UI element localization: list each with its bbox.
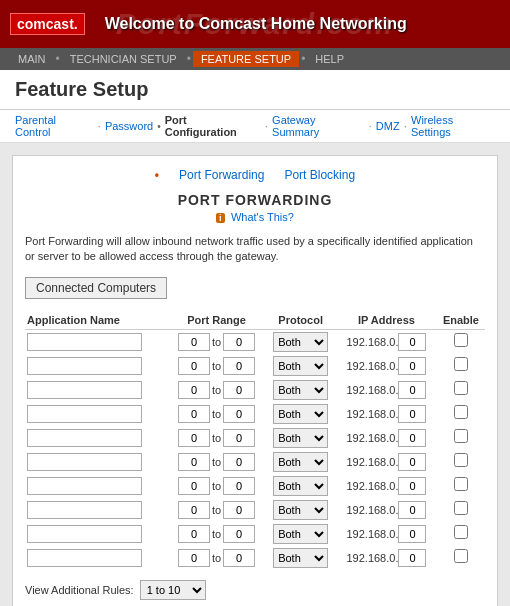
view-additional-select[interactable]: 1 to 1011 to 2021 to 30 xyxy=(140,580,206,600)
port-from-input[interactable] xyxy=(178,333,210,351)
port-to-input[interactable] xyxy=(223,333,255,351)
protocol-select[interactable]: BothTCPUDP xyxy=(273,380,328,400)
enable-checkbox[interactable] xyxy=(454,549,468,563)
ip-last-input[interactable] xyxy=(398,453,426,471)
nav-help[interactable]: HELP xyxy=(307,51,352,67)
enable-checkbox[interactable] xyxy=(454,525,468,539)
enable-checkbox[interactable] xyxy=(454,477,468,491)
port-from-input[interactable] xyxy=(178,381,210,399)
enable-checkbox[interactable] xyxy=(454,333,468,347)
ip-last-input[interactable] xyxy=(398,477,426,495)
protocol-select[interactable]: BothTCPUDP xyxy=(273,500,328,520)
protocol-select[interactable]: BothTCPUDP xyxy=(273,332,328,352)
app-name-input[interactable] xyxy=(27,333,142,351)
app-name-input[interactable] xyxy=(27,453,142,471)
breadcrumb-sep-1: · xyxy=(98,119,101,133)
app-name-input[interactable] xyxy=(27,357,142,375)
app-name-input[interactable] xyxy=(27,429,142,447)
enable-checkbox[interactable] xyxy=(454,381,468,395)
nav-technician[interactable]: TECHNICIAN SETUP xyxy=(62,51,185,67)
port-from-input[interactable] xyxy=(178,501,210,519)
enable-checkbox[interactable] xyxy=(454,405,468,419)
enable-checkbox[interactable] xyxy=(454,357,468,371)
port-to-input[interactable] xyxy=(223,429,255,447)
breadcrumb-wireless[interactable]: Wireless Settings xyxy=(411,114,495,138)
ip-last-input[interactable] xyxy=(398,333,426,351)
nav-bar: MAIN • TECHNICIAN SETUP • FEATURE SETUP … xyxy=(0,48,510,70)
port-to-label: to xyxy=(212,480,221,492)
enable-checkbox[interactable] xyxy=(454,453,468,467)
port-from-input[interactable] xyxy=(178,405,210,423)
app-name-input[interactable] xyxy=(27,381,142,399)
protocol-select[interactable]: BothTCPUDP xyxy=(273,548,328,568)
protocol-select[interactable]: BothTCPUDP xyxy=(273,428,328,448)
protocol-cell: BothTCPUDP xyxy=(265,378,336,402)
breadcrumb-sep-2: · xyxy=(265,119,268,133)
protocol-cell: BothTCPUDP xyxy=(265,354,336,378)
breadcrumb-sep-3: · xyxy=(369,119,372,133)
ip-prefix-label: 192.168.0. xyxy=(346,360,398,372)
breadcrumb: Parental Control · Password • Port Confi… xyxy=(0,110,510,143)
protocol-select[interactable]: BothTCPUDP xyxy=(273,524,328,544)
ip-last-input[interactable] xyxy=(398,525,426,543)
enable-checkbox[interactable] xyxy=(454,501,468,515)
protocol-select[interactable]: BothTCPUDP xyxy=(273,476,328,496)
ip-address-cell: 192.168.0. xyxy=(336,522,437,546)
port-to-input[interactable] xyxy=(223,381,255,399)
header-bar: comcast. Welcome to Comcast Home Network… xyxy=(0,0,510,48)
connected-computers-button[interactable]: Connected Computers xyxy=(25,277,167,299)
protocol-select[interactable]: BothTCPUDP xyxy=(273,452,328,472)
enable-checkbox[interactable] xyxy=(454,429,468,443)
breadcrumb-dmz[interactable]: DMZ xyxy=(376,120,400,132)
app-name-input[interactable] xyxy=(27,549,142,567)
app-name-input[interactable] xyxy=(27,501,142,519)
breadcrumb-gateway[interactable]: Gateway Summary xyxy=(272,114,364,138)
port-to-input[interactable] xyxy=(223,477,255,495)
port-to-label: to xyxy=(212,552,221,564)
sub-nav-port-forwarding[interactable]: Port Forwarding xyxy=(179,168,264,182)
ip-last-input[interactable] xyxy=(398,405,426,423)
breadcrumb-parental-control[interactable]: Parental Control xyxy=(15,114,94,138)
port-from-input[interactable] xyxy=(178,453,210,471)
ip-last-input[interactable] xyxy=(398,549,426,567)
ip-last-input[interactable] xyxy=(398,381,426,399)
breadcrumb-bullet: • xyxy=(157,121,161,132)
port-to-input[interactable] xyxy=(223,501,255,519)
app-name-cell xyxy=(25,354,168,378)
port-range-cell: to xyxy=(168,378,265,402)
whats-this-link[interactable]: What's This? xyxy=(231,211,294,223)
sub-nav-bullet: • xyxy=(155,168,159,182)
port-to-input[interactable] xyxy=(223,453,255,471)
ip-last-input[interactable] xyxy=(398,357,426,375)
ip-last-input[interactable] xyxy=(398,501,426,519)
port-from-input[interactable] xyxy=(178,549,210,567)
ip-last-input[interactable] xyxy=(398,429,426,447)
protocol-select[interactable]: BothTCPUDP xyxy=(273,404,328,424)
col-ip-address: IP Address xyxy=(336,311,437,330)
port-from-input[interactable] xyxy=(178,477,210,495)
table-row: toBothTCPUDP192.168.0. xyxy=(25,474,485,498)
protocol-select[interactable]: BothTCPUDP xyxy=(273,356,328,376)
port-to-input[interactable] xyxy=(223,405,255,423)
ip-prefix-label: 192.168.0. xyxy=(346,336,398,348)
nav-feature-setup[interactable]: FEATURE SETUP xyxy=(193,51,299,67)
sub-nav-port-blocking[interactable]: Port Blocking xyxy=(284,168,355,182)
port-to-input[interactable] xyxy=(223,549,255,567)
ip-address-cell: 192.168.0. xyxy=(336,402,437,426)
app-name-cell xyxy=(25,522,168,546)
app-name-input[interactable] xyxy=(27,405,142,423)
breadcrumb-password[interactable]: Password xyxy=(105,120,153,132)
port-from-input[interactable] xyxy=(178,357,210,375)
port-from-input[interactable] xyxy=(178,429,210,447)
app-name-input[interactable] xyxy=(27,525,142,543)
port-to-input[interactable] xyxy=(223,525,255,543)
ip-address-cell: 192.168.0. xyxy=(336,426,437,450)
col-port-range: Port Range xyxy=(168,311,265,330)
table-row: toBothTCPUDP192.168.0. xyxy=(25,329,485,354)
ip-address-cell: 192.168.0. xyxy=(336,498,437,522)
breadcrumb-port-config[interactable]: Port Configuration xyxy=(165,114,261,138)
app-name-input[interactable] xyxy=(27,477,142,495)
port-to-input[interactable] xyxy=(223,357,255,375)
nav-main[interactable]: MAIN xyxy=(10,51,54,67)
port-from-input[interactable] xyxy=(178,525,210,543)
